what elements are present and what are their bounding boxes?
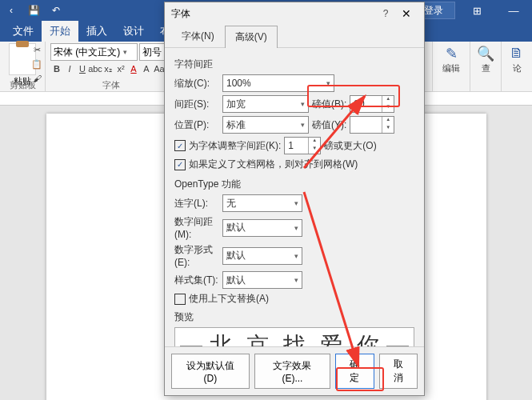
- numspacing-select[interactable]: 默认▾: [222, 219, 302, 237]
- app-minimize-icon[interactable]: —: [495, 0, 532, 21]
- grid-checkbox[interactable]: ✓: [174, 159, 186, 170]
- dialog-tabs: 字体(N) 高级(V): [165, 25, 424, 48]
- save-icon[interactable]: 💾: [22, 0, 45, 21]
- font-name-combo[interactable]: 宋体 (中文正文)▾: [50, 43, 138, 61]
- font-group-label: 字体: [46, 79, 177, 91]
- position-select[interactable]: 标准▾: [222, 116, 309, 134]
- menu-design[interactable]: 设计: [115, 21, 152, 42]
- kerning-label: 为字体调整字间距(K):: [189, 139, 281, 153]
- position-label: 位置(P):: [174, 118, 219, 132]
- edit-icon[interactable]: ✎: [446, 45, 458, 62]
- spacing-pt-label: 磅值(B):: [312, 98, 346, 111]
- position-pt-input[interactable]: ▲▼: [350, 116, 394, 134]
- dialog-title: 字体: [171, 7, 190, 21]
- numform-label: 数字形式(E):: [174, 243, 219, 268]
- font-dialog: 字体 ? ✕ 字体(N) 高级(V) 字符间距 缩放(C): 100%▾ 间距(…: [164, 2, 425, 396]
- kerning-value-input[interactable]: 1▲▼: [284, 137, 321, 154]
- sub-button[interactable]: x₂: [102, 62, 114, 75]
- undo-icon[interactable]: ↶: [45, 0, 67, 21]
- spacing-label: 间距(S):: [174, 98, 219, 111]
- dialog-titlebar: 字体 ? ✕: [165, 2, 424, 25]
- format-painter-icon[interactable]: 🖌: [30, 72, 43, 85]
- sup-button[interactable]: x²: [114, 62, 127, 75]
- more-label: 论: [513, 62, 522, 74]
- strike-button[interactable]: abc: [89, 62, 102, 75]
- numform-select[interactable]: 默认▾: [222, 247, 302, 265]
- preview-box: 北京找爱你: [174, 327, 414, 346]
- tab-advanced[interactable]: 高级(V): [225, 26, 278, 48]
- help-icon[interactable]: ?: [376, 8, 395, 19]
- ligature-label: 连字(L):: [174, 197, 219, 210]
- text-effects-button[interactable]: 文字效果(E)...: [254, 354, 330, 389]
- set-default-button[interactable]: 设为默认值(D): [171, 354, 250, 389]
- notes-icon[interactable]: 🗎: [510, 45, 524, 62]
- preview-label: 预览: [174, 310, 414, 324]
- app-min-icon[interactable]: ⊞: [458, 0, 495, 21]
- spacing-select[interactable]: 加宽▾: [222, 95, 309, 113]
- section-spacing-title: 字符间距: [174, 58, 414, 71]
- numspacing-label: 数字间距(M):: [174, 215, 219, 240]
- kerning-suffix: 磅或更大(O): [324, 139, 376, 153]
- context-label: 使用上下文替换(A): [189, 292, 269, 306]
- position-pt-label: 磅值(Y):: [312, 118, 346, 132]
- left-arrow-icon[interactable]: ‹: [0, 0, 22, 21]
- bold-button[interactable]: B: [50, 62, 63, 75]
- find-label: 查: [482, 62, 490, 74]
- scale-select[interactable]: 100%▾: [222, 74, 334, 92]
- italic-button[interactable]: I: [63, 62, 76, 75]
- copy-icon[interactable]: 📋: [30, 58, 43, 70]
- font-color-button[interactable]: A: [127, 62, 140, 75]
- tab-font[interactable]: 字体(N): [171, 25, 225, 47]
- dialog-buttons: 设为默认值(D) 文字效果(E)... 确定 取消: [165, 346, 424, 395]
- context-checkbox[interactable]: [174, 294, 186, 305]
- kerning-checkbox[interactable]: ✓: [174, 140, 186, 151]
- menu-home[interactable]: 开始: [42, 21, 78, 42]
- cut-icon[interactable]: ✂: [30, 43, 43, 56]
- styleset-label: 样式集(T):: [174, 274, 219, 287]
- scale-label: 缩放(C):: [174, 77, 219, 90]
- edit-label: 编辑: [442, 62, 460, 74]
- highlight-button[interactable]: A: [140, 62, 153, 75]
- ligature-select[interactable]: 无▾: [222, 194, 302, 212]
- cancel-button[interactable]: 取消: [379, 354, 418, 389]
- section-opentype-title: OpenType 功能: [174, 178, 414, 191]
- close-icon[interactable]: ✕: [395, 7, 418, 20]
- spacing-pt-input[interactable]: 20▲▼: [350, 95, 394, 113]
- menu-insert[interactable]: 插入: [78, 21, 115, 42]
- grid-label: 如果定义了文档网格，则对齐到网格(W): [189, 158, 358, 171]
- styleset-select[interactable]: 默认▾: [222, 271, 302, 289]
- find-icon[interactable]: 🔍: [477, 45, 494, 62]
- menu-file[interactable]: 文件: [5, 21, 42, 42]
- underline-button[interactable]: U: [76, 62, 89, 75]
- ok-button[interactable]: 确定: [335, 354, 374, 389]
